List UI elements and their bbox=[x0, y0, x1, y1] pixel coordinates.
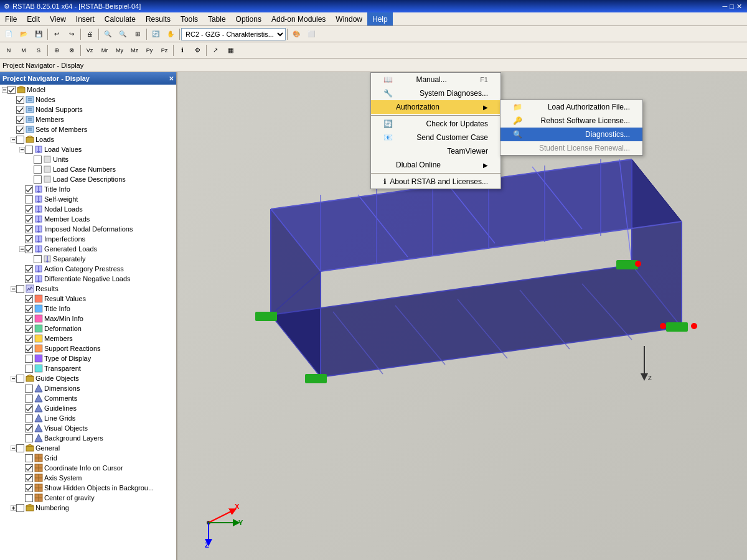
tree-check-guide-objects[interactable] bbox=[16, 375, 24, 383]
tree-check-loads[interactable] bbox=[16, 136, 24, 144]
tree-expand-generated-loads[interactable] bbox=[19, 246, 25, 252]
tb-save[interactable]: 💾 bbox=[32, 27, 45, 41]
tb-print[interactable]: 🖨 bbox=[83, 27, 96, 41]
menu-view[interactable]: View bbox=[45, 12, 71, 26]
tb-open[interactable]: 📂 bbox=[17, 27, 31, 41]
menu-addon[interactable]: Add-on Modules bbox=[266, 12, 331, 26]
tree-item-nodal-supports[interactable]: Nodal Supports bbox=[0, 105, 176, 114]
tree-check-type-of-display[interactable] bbox=[25, 355, 33, 363]
submenu-rehost[interactable]: 🔑 Rehost Software License... bbox=[500, 114, 642, 128]
tree-item-members[interactable]: Members bbox=[0, 114, 176, 124]
menu-tools[interactable]: Tools bbox=[176, 12, 203, 26]
menu-window[interactable]: Window bbox=[331, 12, 367, 26]
menu-edit[interactable]: Edit bbox=[22, 12, 45, 26]
tree-item-background-layers[interactable]: Background Layers bbox=[0, 433, 176, 443]
loadcase-combo[interactable]: RC2 - GZG - Charakteristis... bbox=[181, 28, 286, 40]
tb-info[interactable]: ℹ bbox=[176, 44, 189, 57]
window-maximize[interactable]: □ bbox=[730, 2, 734, 10]
tree-item-result-values[interactable]: Result Values bbox=[0, 294, 176, 304]
tree-item-differentiate[interactable]: Differentiate Negative Loads bbox=[0, 274, 176, 284]
tree-item-generated-loads[interactable]: Generated Loads bbox=[0, 244, 176, 254]
tree-check-generated-loads[interactable] bbox=[25, 245, 33, 253]
window-minimize[interactable]: ─ bbox=[723, 2, 728, 10]
menu-authorization[interactable]: Authorization ▶ bbox=[371, 100, 500, 114]
tree-check-line-grids[interactable] bbox=[25, 414, 33, 422]
tree-item-title-info[interactable]: Title Info bbox=[0, 184, 176, 194]
tree-item-separately[interactable]: Separately bbox=[0, 254, 176, 264]
submenu-student[interactable]: Student License Renewal... bbox=[500, 141, 642, 155]
tree-check-guidelines[interactable] bbox=[25, 404, 33, 413]
tb-pan[interactable]: ✋ bbox=[164, 27, 177, 41]
tree-item-visual-objects[interactable]: Visual Objects bbox=[0, 423, 176, 433]
tree-check-comments[interactable] bbox=[25, 394, 33, 403]
menu-send-case[interactable]: 📧 Send Customer Case bbox=[371, 131, 500, 144]
tb-filter[interactable]: ▦ bbox=[223, 44, 237, 57]
tree-expand-guide-objects[interactable] bbox=[10, 375, 16, 381]
nav-close[interactable]: ✕ bbox=[169, 75, 174, 82]
tree-check-model[interactable] bbox=[7, 86, 16, 94]
submenu-diagnostics[interactable]: 🔍 Diagnostics... bbox=[500, 128, 642, 141]
tree-item-results[interactable]: Results bbox=[0, 284, 176, 294]
tree-check-self-weight[interactable] bbox=[25, 195, 33, 203]
tree-expand-loads[interactable] bbox=[10, 136, 16, 142]
tree-item-imposed-nodal[interactable]: Imposed Nodal Deformations bbox=[0, 224, 176, 234]
tree-item-action-category[interactable]: Action Category Prestress bbox=[0, 264, 176, 274]
tree-item-support-reactions[interactable]: Support Reactions bbox=[0, 343, 176, 353]
tree-item-transparent[interactable]: Transparent bbox=[0, 363, 176, 373]
tree-check-member-loads[interactable] bbox=[25, 215, 33, 223]
tree-item-self-weight[interactable]: Self-weight bbox=[0, 194, 176, 204]
tree-item-max-min-info[interactable]: Max/Min Info bbox=[0, 314, 176, 324]
tree-item-load-case-numbers[interactable]: Load Case Numbers bbox=[0, 164, 176, 174]
tree-check-visual-objects[interactable] bbox=[25, 424, 33, 432]
viewport[interactable]: z bbox=[177, 72, 747, 560]
tree-check-action-category[interactable] bbox=[25, 265, 33, 273]
tree-check-nodes[interactable] bbox=[16, 96, 24, 104]
tree-item-deformation[interactable]: Deformation bbox=[0, 324, 176, 334]
tree-check-axis-system[interactable] bbox=[25, 474, 33, 482]
tb-select[interactable]: ↗ bbox=[209, 44, 222, 57]
tree-check-imposed-nodal[interactable] bbox=[25, 225, 33, 233]
tree-check-grid[interactable] bbox=[25, 454, 33, 462]
tb-member[interactable]: M bbox=[17, 44, 31, 57]
tree-check-coord-info[interactable] bbox=[25, 464, 33, 472]
tree-check-result-values[interactable] bbox=[25, 295, 33, 303]
tree-check-sets-of-members[interactable] bbox=[16, 126, 24, 134]
tree-item-axis-system[interactable]: Axis System bbox=[0, 473, 176, 483]
tree-item-guidelines[interactable]: Guidelines bbox=[0, 403, 176, 413]
tree-check-load-case-numbers[interactable] bbox=[34, 166, 42, 174]
menu-manual[interactable]: 📖 Manual... F1 bbox=[371, 73, 500, 86]
menu-about[interactable]: ℹ About RSTAB and Licenses... bbox=[371, 175, 500, 189]
tree-check-nodal-supports[interactable] bbox=[16, 106, 24, 114]
window-close[interactable]: ✕ bbox=[736, 2, 742, 11]
tree-check-background-layers[interactable] bbox=[25, 434, 33, 442]
tree-item-guide-objects[interactable]: Guide Objects bbox=[0, 373, 176, 383]
tree-check-members[interactable] bbox=[16, 116, 24, 124]
tree-item-show-hidden[interactable]: Show Hidden Objects in Backgrou... bbox=[0, 483, 176, 493]
tb-new[interactable]: 📄 bbox=[2, 27, 16, 41]
menu-check-updates[interactable]: 🔄 Check for Updates bbox=[371, 117, 500, 131]
tree-item-type-of-display[interactable]: Type of Display bbox=[0, 353, 176, 363]
tb-mr[interactable]: Mr bbox=[98, 44, 111, 57]
tb-my[interactable]: My bbox=[113, 44, 126, 57]
tree-check-separately[interactable] bbox=[34, 255, 42, 263]
tree-expand-load-values[interactable] bbox=[19, 146, 25, 152]
nav-tree[interactable]: ModelNodesNodal SupportsMembersSets of M… bbox=[0, 85, 176, 560]
tree-item-title-info2[interactable]: Title Info bbox=[0, 304, 176, 314]
tree-check-title-info2[interactable] bbox=[25, 305, 33, 313]
tree-item-sets-of-members[interactable]: Sets of Members bbox=[0, 124, 176, 134]
tree-item-members2[interactable]: Members bbox=[0, 334, 176, 343]
tree-check-numbering[interactable] bbox=[16, 504, 24, 512]
menu-options[interactable]: Options bbox=[231, 12, 266, 26]
tree-check-nodal-loads[interactable] bbox=[25, 205, 33, 213]
menu-dlubal-online[interactable]: Dlubal Online ▶ bbox=[371, 158, 500, 172]
tree-check-results[interactable] bbox=[16, 285, 24, 293]
tree-item-grid[interactable]: Grid bbox=[0, 453, 176, 463]
menu-insert[interactable]: Insert bbox=[71, 12, 100, 26]
tree-check-load-case-descriptions[interactable] bbox=[34, 175, 42, 184]
tb-settings[interactable]: ⚙ bbox=[190, 44, 204, 57]
tree-expand-model[interactable] bbox=[1, 86, 7, 93]
tree-item-load-case-descriptions[interactable]: Load Case Descriptions bbox=[0, 174, 176, 184]
tree-item-model[interactable]: Model bbox=[0, 85, 176, 95]
tree-item-comments[interactable]: Comments bbox=[0, 393, 176, 403]
tb-pz[interactable]: Pz bbox=[157, 44, 171, 57]
